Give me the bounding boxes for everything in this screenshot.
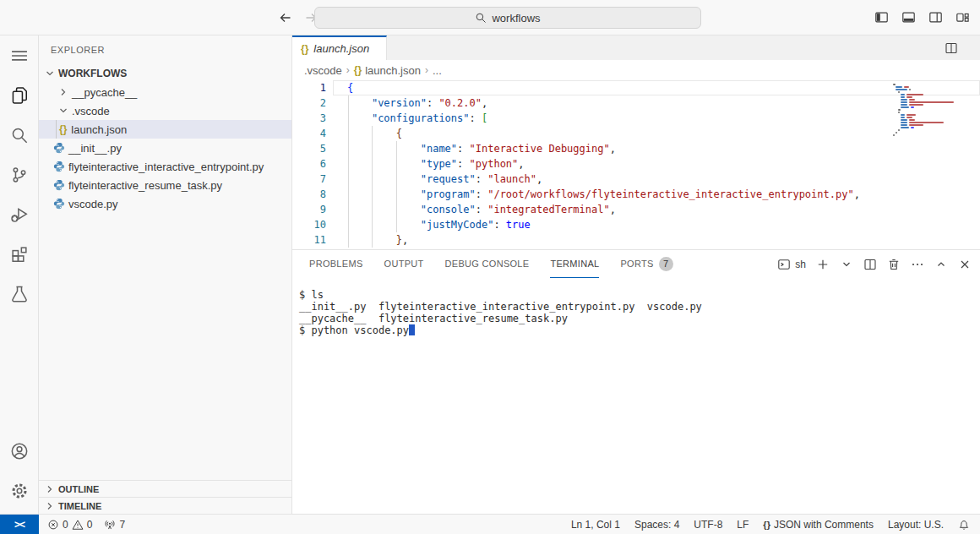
command-center-search[interactable]: workflows <box>314 7 701 29</box>
account-icon <box>10 442 29 460</box>
tree-item--init-py[interactable]: __init__.py <box>39 139 291 157</box>
activity-menu[interactable] <box>0 35 39 75</box>
tree-item--vscode[interactable]: .vscode <box>39 101 291 120</box>
notifications-bell[interactable] <box>958 519 970 531</box>
tree-item-workflows[interactable]: WORKFLOWS <box>39 64 291 83</box>
activity-testing[interactable] <box>0 274 39 313</box>
minimap-line <box>892 119 970 121</box>
tree-item-label: vscode.py <box>68 198 118 210</box>
activity-run-debug[interactable] <box>0 194 39 234</box>
breadcrumb-label: .vscode <box>304 64 342 77</box>
activity-settings[interactable] <box>0 471 39 510</box>
ports-status[interactable]: 7 <box>104 519 125 531</box>
python-icon <box>53 198 65 210</box>
panel-tab-output[interactable]: OUTPUT <box>384 250 424 278</box>
activity-extensions[interactable] <box>0 234 39 274</box>
sidebar-section-outline[interactable]: OUTLINE <box>39 480 291 497</box>
panel-tab-label: DEBUG CONSOLE <box>445 250 530 278</box>
tab-title: launch.json <box>313 42 369 55</box>
tab-launch-json[interactable]: {} launch.json <box>292 35 387 60</box>
json-file-icon: {} <box>301 43 308 55</box>
panel-tab-label: PORTS <box>620 250 653 278</box>
minimap-line <box>892 91 970 93</box>
panel-header: PROBLEMSOUTPUTDEBUG CONSOLETERMINALPORTS… <box>292 250 980 278</box>
nav-back-icon[interactable] <box>277 9 294 26</box>
panel-tab-label: OUTPUT <box>384 250 424 278</box>
terminal-line: __pycache__ flyteinteractive_resume_task… <box>299 313 980 324</box>
line-number: 3 <box>292 111 326 126</box>
editor-actions <box>945 35 980 60</box>
status-keyboard-layout[interactable]: Layout: U.S. <box>888 519 944 531</box>
panel-tab-debug-console[interactable]: DEBUG CONSOLE <box>445 250 530 278</box>
panel-tab-terminal[interactable]: TERMINAL <box>550 250 599 278</box>
activity-source-control[interactable] <box>0 155 39 194</box>
settings-icon <box>10 482 29 500</box>
tree-item-label: launch.json <box>71 123 127 136</box>
terminal-line: $ ls <box>299 289 980 301</box>
terminal-cursor <box>409 324 415 335</box>
layout-sidebar-right-icon[interactable] <box>928 10 943 25</box>
close-icon[interactable] <box>958 258 972 271</box>
testing-icon <box>10 285 29 303</box>
tree-item--pycache-[interactable]: __pycache__ <box>39 83 291 101</box>
activity-account[interactable] <box>0 431 39 471</box>
terminal-line: $ python vscode.py <box>299 324 980 336</box>
problems-status[interactable]: 00 <box>47 519 92 531</box>
line-content: "justMyCode": true <box>326 217 531 232</box>
chevron-up-icon[interactable] <box>934 258 948 271</box>
warning-icon <box>72 519 84 531</box>
terminal[interactable]: $ ls__init__.py flyteinteractive_interac… <box>292 278 980 514</box>
activity-search[interactable] <box>0 115 39 155</box>
code-editor[interactable]: 1{2 "version": "0.2.0",3 "configurations… <box>292 80 980 249</box>
remote-indicator[interactable]: >< <box>0 515 39 534</box>
line-number: 1 <box>292 80 326 95</box>
status-cursor-position[interactable]: Ln 1, Col 1 <box>571 519 620 531</box>
trash-icon[interactable] <box>887 258 901 271</box>
minimap-line <box>892 96 970 98</box>
code-line-7: 7 "request": "launch", <box>292 172 980 187</box>
breadcrumb-item[interactable]: .vscode <box>304 64 342 77</box>
chevron-right-icon <box>43 499 57 513</box>
split-editor-icon[interactable] <box>863 258 877 271</box>
minimap-line <box>892 86 970 88</box>
panel-tab-problems[interactable]: PROBLEMS <box>309 250 363 278</box>
ports-badge: 7 <box>659 257 673 271</box>
status-eol[interactable]: LF <box>737 519 749 531</box>
layout-customize-icon[interactable] <box>956 10 970 25</box>
breadcrumb-item[interactable]: {}launch.json <box>354 64 421 77</box>
line-content: }, <box>326 232 408 248</box>
layout-sidebar-left-icon[interactable] <box>874 10 889 25</box>
minimap-line <box>892 134 970 136</box>
editor-group: {} launch.json .vscode›{}launch.json›...… <box>292 35 980 514</box>
tree-item-launch-json[interactable]: {}launch.json <box>39 120 291 139</box>
panel-tab-ports[interactable]: PORTS7 <box>620 250 672 278</box>
chevron-down-icon[interactable] <box>840 258 853 271</box>
bottom-panel: PROBLEMSOUTPUTDEBUG CONSOLETERMINALPORTS… <box>292 249 980 514</box>
sidebar-header: EXPLORER <box>39 35 291 64</box>
minimap[interactable] <box>892 84 970 137</box>
split-editor-icon[interactable] <box>945 41 958 55</box>
minimap-line <box>892 106 970 108</box>
status-encoding[interactable]: UTF-8 <box>694 519 722 531</box>
minimap-line <box>892 129 970 131</box>
titlebar-layout-actions <box>874 10 970 25</box>
breadcrumb-item[interactable]: ... <box>433 64 442 77</box>
tree-item-flyteinteractive-interactive-entrypoint-py[interactable]: flyteinteractive_interactive_entrypoint.… <box>39 157 291 176</box>
minimap-line <box>892 132 970 134</box>
line-content: "configurations": [ <box>326 111 487 126</box>
terminal-line: __init__.py flyteinteractive_interactive… <box>299 301 980 313</box>
sidebar-section-timeline[interactable]: TIMELINE <box>39 497 291 514</box>
activity-explorer[interactable] <box>0 75 39 115</box>
search-icon <box>10 126 29 144</box>
status-indentation[interactable]: Spaces: 4 <box>634 519 679 531</box>
panel-tab-label: TERMINAL <box>550 250 599 278</box>
plus-icon[interactable] <box>816 258 830 271</box>
line-number: 10 <box>292 217 326 232</box>
layout-panel-icon[interactable] <box>901 10 916 25</box>
tree-item-flyteinteractive-resume-task-py[interactable]: flyteinteractive_resume_task.py <box>39 176 291 194</box>
terminal-icon[interactable] <box>777 258 791 271</box>
tree-item-vscode-py[interactable]: vscode.py <box>39 194 291 213</box>
status-language-mode[interactable]: {}JSON with Comments <box>763 519 874 531</box>
more-icon[interactable] <box>911 258 924 271</box>
explorer-icon <box>10 86 29 105</box>
